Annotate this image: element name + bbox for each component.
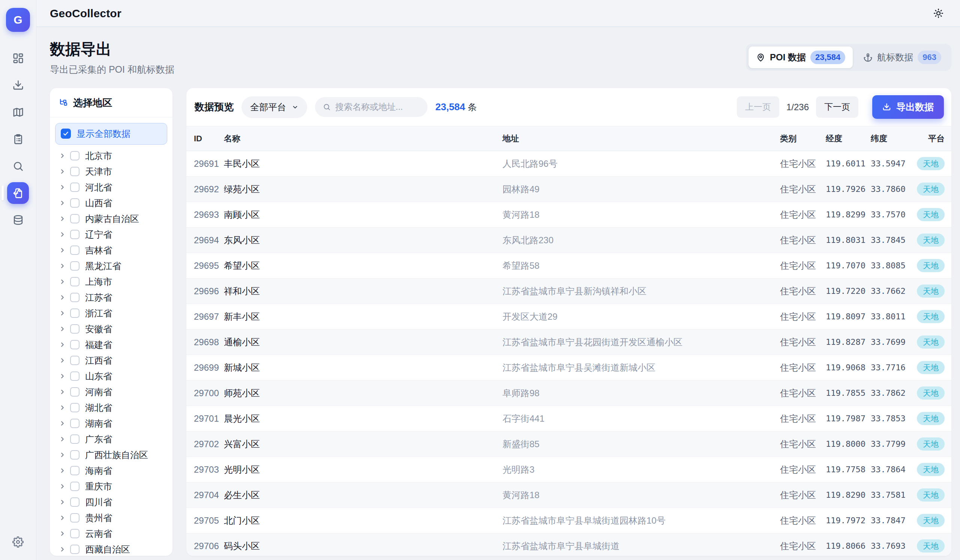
region-label: 安徽省: [85, 323, 112, 335]
export-icon: [12, 187, 24, 199]
app-logo[interactable]: G: [6, 8, 30, 32]
region-label: 西藏自治区: [85, 544, 130, 555]
region-tree-item[interactable]: 安徽省: [55, 321, 167, 337]
main-column: GeoCollector 数据导出 导出已采集的 POI 和航标数据 POI 数…: [36, 0, 960, 560]
export-button-label: 导出数据: [896, 101, 934, 113]
region-checkbox[interactable]: [70, 261, 80, 271]
region-checkbox[interactable]: [70, 293, 80, 302]
region-checkbox[interactable]: [70, 513, 80, 523]
region-checkbox[interactable]: [70, 545, 80, 554]
sidebar-item-downloads[interactable]: [0, 72, 36, 99]
sidebar-item-settings[interactable]: [0, 533, 36, 551]
region-tree-item[interactable]: 贵州省: [55, 510, 167, 526]
region-label: 天津市: [85, 166, 112, 178]
region-panel: 选择地区 显示全部数据 北京市 天津市: [50, 88, 173, 556]
show-all-checkbox[interactable]: [61, 129, 71, 139]
platform-badge: 天地: [917, 488, 945, 501]
chevron-right-icon: [59, 357, 66, 364]
cell-category: 住宅小区: [780, 304, 826, 329]
region-checkbox[interactable]: [70, 246, 80, 255]
poi-data-tab[interactable]: POI 数据 23,584: [749, 46, 853, 68]
region-tree-item[interactable]: 重庆市: [55, 479, 167, 495]
region-checkbox[interactable]: [70, 277, 80, 286]
column-header-category: 类别: [780, 126, 826, 151]
cell-platform: 天地: [916, 355, 951, 380]
region-label: 上海市: [85, 276, 112, 288]
region-tree-item[interactable]: 内蒙古自治区: [55, 211, 167, 227]
region-tree-item[interactable]: 河北省: [55, 180, 167, 195]
region-tree-item[interactable]: 湖南省: [55, 416, 167, 431]
cell-category: 住宅小区: [780, 329, 826, 355]
sidebar-item-search[interactable]: [0, 153, 36, 180]
platform-badge: 天地: [917, 437, 945, 450]
search-input[interactable]: [335, 102, 420, 112]
region-tree-item[interactable]: 江苏省: [55, 290, 167, 305]
region-checkbox[interactable]: [70, 230, 80, 239]
sidebar-item-dashboard[interactable]: [0, 45, 36, 72]
region-checkbox[interactable]: [70, 434, 80, 444]
region-checkbox[interactable]: [70, 466, 80, 475]
cell-category: 住宅小区: [780, 482, 826, 508]
region-tree-item[interactable]: 广西壮族自治区: [55, 447, 167, 463]
sidebar-item-tasks[interactable]: [0, 126, 36, 153]
sidebar-item-database[interactable]: [0, 207, 36, 233]
region-tree-item[interactable]: 江西省: [55, 353, 167, 369]
region-tree-item[interactable]: 云南省: [55, 526, 167, 542]
show-all-data-row[interactable]: 显示全部数据: [55, 123, 167, 145]
region-label: 湖北省: [85, 402, 112, 414]
region-tree-item[interactable]: 上海市: [55, 274, 167, 290]
region-checkbox[interactable]: [70, 356, 80, 365]
region-tree-item[interactable]: 辽宁省: [55, 227, 167, 243]
platform-badge: 天地: [917, 514, 945, 527]
cell-category: 住宅小区: [780, 355, 826, 380]
region-checkbox[interactable]: [70, 214, 80, 223]
region-tree-item[interactable]: 河南省: [55, 384, 167, 400]
region-checkbox[interactable]: [70, 482, 80, 491]
region-checkbox[interactable]: [70, 372, 80, 381]
region-checkbox[interactable]: [70, 308, 80, 318]
region-tree-item[interactable]: 西藏自治区: [55, 542, 167, 556]
region-tree-item[interactable]: 山东省: [55, 369, 167, 384]
region-checkbox[interactable]: [70, 340, 80, 349]
chevron-right-icon: [59, 373, 66, 380]
region-checkbox[interactable]: [70, 387, 80, 397]
region-checkbox[interactable]: [70, 403, 80, 412]
theme-toggle-button[interactable]: [930, 5, 947, 22]
region-tree-item[interactable]: 四川省: [55, 495, 167, 510]
region-tree-item[interactable]: 山西省: [55, 195, 167, 211]
region-checkbox[interactable]: [70, 151, 80, 160]
region-tree-item[interactable]: 广东省: [55, 431, 167, 447]
table-row: 29695 希望小区 希望路58 住宅小区 119.7070 33.8085 天…: [186, 253, 951, 279]
region-tree-item[interactable]: 海南省: [55, 463, 167, 479]
cell-name: 师苑小区: [224, 380, 502, 406]
region-checkbox[interactable]: [70, 167, 80, 176]
sidebar-item-map[interactable]: [0, 99, 36, 126]
region-tree-item[interactable]: 吉林省: [55, 243, 167, 258]
region-label: 辽宁省: [85, 229, 112, 241]
region-tree-item[interactable]: 湖北省: [55, 400, 167, 416]
platform-filter-dropdown[interactable]: 全部平台: [242, 96, 307, 118]
beacon-data-tab[interactable]: 航标数据 963: [856, 46, 949, 68]
cell-longitude: 119.7855: [826, 380, 871, 406]
cell-longitude: 119.9068: [826, 355, 871, 380]
cell-category: 住宅小区: [780, 151, 826, 177]
region-checkbox[interactable]: [70, 450, 80, 459]
data-preview-panel: 数据预览 全部平台 23,584条 上一页 1/236: [186, 88, 951, 556]
region-checkbox[interactable]: [70, 324, 80, 333]
region-tree-item[interactable]: 浙江省: [55, 305, 167, 321]
next-page-button[interactable]: 下一页: [816, 96, 858, 118]
region-label: 重庆市: [85, 480, 112, 493]
region-tree-item[interactable]: 黑龙江省: [55, 258, 167, 274]
region-checkbox[interactable]: [70, 198, 80, 207]
sidebar-item-export[interactable]: [0, 180, 36, 207]
region-checkbox[interactable]: [70, 419, 80, 428]
region-checkbox[interactable]: [70, 498, 80, 507]
region-tree-item[interactable]: 福建省: [55, 337, 167, 353]
chevron-right-icon: [59, 388, 66, 396]
region-tree-item[interactable]: 天津市: [55, 164, 167, 180]
export-data-button[interactable]: 导出数据: [872, 95, 944, 119]
region-tree-item[interactable]: 北京市: [55, 148, 167, 164]
region-checkbox[interactable]: [70, 529, 80, 538]
prev-page-button[interactable]: 上一页: [737, 96, 779, 118]
region-checkbox[interactable]: [70, 183, 80, 192]
